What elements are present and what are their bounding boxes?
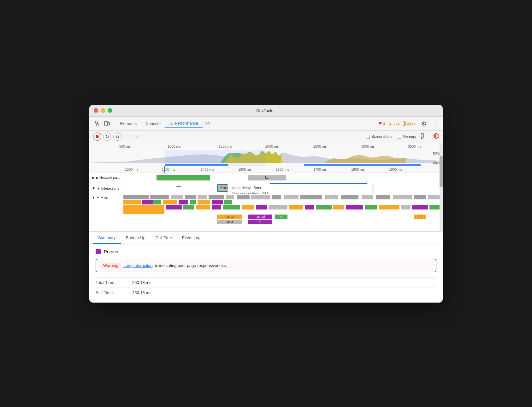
- main-task-9[interactable]: [251, 195, 270, 199]
- main-task-17[interactable]: [393, 195, 412, 199]
- main-task-18[interactable]: [414, 195, 426, 199]
- devtools-settings-icon[interactable]: [419, 119, 428, 128]
- main-block-8[interactable]: [223, 205, 240, 209]
- capture-settings-button[interactable]: [421, 133, 428, 141]
- main-block-10[interactable]: [256, 205, 267, 209]
- window-title: DevTools -: [256, 108, 275, 113]
- tab-event-log[interactable]: Event Log: [177, 232, 206, 244]
- main-block-12[interactable]: [289, 205, 303, 209]
- fun-all-block[interactable]: Fun...all: [248, 215, 272, 219]
- minimize-button[interactable]: [101, 108, 105, 113]
- main-block-purple-2[interactable]: [179, 200, 188, 204]
- main-task-6[interactable]: [209, 195, 224, 199]
- close-button[interactable]: [94, 108, 98, 113]
- net-bar-right: [304, 164, 421, 166]
- performance-toolbar: ↻ ⊘ ↑ ↓ Screenshots Memory: [89, 131, 443, 143]
- main-block-13[interactable]: [305, 205, 314, 209]
- clear-button[interactable]: ⊘: [113, 133, 121, 141]
- main-task-4[interactable]: [185, 195, 196, 199]
- timeline-scrollbar[interactable]: [440, 143, 443, 231]
- tab-call-tree[interactable]: Call Tree: [151, 232, 177, 244]
- tooltip-warning-container: Long interaction is indicating poor page…: [269, 183, 368, 184]
- fun-ll-block[interactable]: Fun...ll: [217, 215, 242, 219]
- main-block-purple-3[interactable]: [212, 200, 223, 204]
- memory-checkbox-label[interactable]: Memory: [397, 134, 416, 139]
- main-block-green-3[interactable]: [224, 200, 232, 204]
- reload-record-button[interactable]: ↻: [103, 133, 111, 141]
- summary-item-name: Pointer: [104, 249, 119, 254]
- tab-elements[interactable]: Elements: [115, 119, 141, 128]
- memory-checkbox[interactable]: [397, 135, 401, 139]
- main-track-label[interactable]: ▼ ▼ Main -: [89, 194, 123, 229]
- main-block-4[interactable]: [166, 205, 182, 209]
- inspect-icon[interactable]: [92, 119, 101, 128]
- perf-settings-button[interactable]: [432, 133, 439, 141]
- main-task-5[interactable]: [198, 195, 207, 199]
- zoomed-mark-1300: 1300 ms: [162, 168, 175, 171]
- device-icon[interactable]: [103, 119, 111, 128]
- main-block-purple-1[interactable]: [142, 200, 153, 204]
- main-block-green-2[interactable]: [190, 200, 196, 204]
- main-block-6[interactable]: [196, 205, 210, 209]
- tab-summary[interactable]: Summary: [93, 232, 121, 244]
- main-block-20[interactable]: [412, 205, 428, 209]
- main-task-15[interactable]: [362, 195, 373, 199]
- screenshots-checkbox-label[interactable]: Screenshots: [366, 134, 393, 139]
- main-task-7[interactable]: [226, 195, 234, 199]
- main-block-9[interactable]: [242, 205, 254, 209]
- network-track-expand-icon: ▶: [92, 175, 95, 180]
- network-block-gray[interactable]: t...: [248, 175, 286, 180]
- main-large-yellow[interactable]: [123, 205, 164, 214]
- main-block-yellow-2[interactable]: [163, 200, 177, 204]
- tab-bottom-up[interactable]: Bottom-Up: [121, 232, 151, 244]
- ellipsis-block[interactable]: (...): [414, 215, 426, 219]
- main-block-7[interactable]: [212, 205, 221, 209]
- xt-block[interactable]: Xt: [275, 215, 287, 219]
- zoomed-mark-1800: 1800 ms: [351, 168, 364, 171]
- main-task-2[interactable]: [150, 195, 169, 199]
- total-time-label: Total Time: [96, 280, 127, 285]
- main-task-8[interactable]: [237, 195, 250, 199]
- tab-performance[interactable]: ⚠ Performance: [165, 119, 203, 128]
- main-task-10[interactable]: [272, 195, 281, 199]
- download-button[interactable]: ↓: [135, 133, 140, 141]
- tbtr-block[interactable]: t.b.t.r: [217, 220, 242, 224]
- total-time-value: 250.18 ms: [132, 280, 151, 285]
- main-block-yellow-3[interactable]: [198, 200, 210, 204]
- upload-button[interactable]: ↑: [128, 133, 133, 141]
- timeline-scrollbar-thumb[interactable]: [440, 156, 443, 187]
- main-task-16[interactable]: [376, 195, 390, 199]
- main-task-12[interactable]: [300, 195, 322, 199]
- summary-title-row: Pointer: [96, 249, 436, 254]
- main-task-13[interactable]: [325, 195, 338, 199]
- network-track-label[interactable]: ▶ ▶ Network pa...: [89, 173, 123, 183]
- main-task-3[interactable]: [171, 195, 183, 199]
- xt-bottom-block[interactable]: Xt: [248, 220, 272, 224]
- tab-console[interactable]: Console: [141, 119, 165, 128]
- warning-box: Warning Long interaction is indicating p…: [96, 259, 436, 272]
- main-block-17[interactable]: [365, 205, 377, 209]
- interactions-track-content: Pointer 250.18 ms Pointer Long interacti…: [123, 183, 443, 194]
- main-block-5[interactable]: [183, 205, 194, 209]
- main-block-18[interactable]: [379, 205, 399, 209]
- svg-point-3: [434, 135, 437, 137]
- main-task-14[interactable]: [341, 195, 358, 199]
- cpu-chart-svg: [89, 150, 443, 163]
- more-tabs-button[interactable]: >>: [203, 119, 213, 128]
- main-task-11[interactable]: [284, 195, 299, 199]
- main-block-19[interactable]: [401, 205, 411, 209]
- long-interaction-link[interactable]: Long interaction: [123, 263, 153, 268]
- main-task-1[interactable]: [123, 195, 149, 199]
- main-block-green-1[interactable]: [153, 200, 161, 204]
- maximize-button[interactable]: [108, 108, 112, 113]
- main-block-16[interactable]: [346, 205, 363, 209]
- main-block-15[interactable]: [333, 205, 344, 209]
- record-button[interactable]: [93, 133, 101, 141]
- main-block-14[interactable]: [316, 205, 332, 209]
- main-block-yellow-1[interactable]: [123, 200, 141, 204]
- network-block-green[interactable]: [157, 175, 210, 180]
- main-block-11[interactable]: [269, 205, 287, 209]
- interactions-track-label[interactable]: ▼ ▼ Interactions: [89, 183, 123, 194]
- more-options-icon[interactable]: ⋮: [431, 119, 440, 128]
- screenshots-checkbox[interactable]: [366, 135, 370, 139]
